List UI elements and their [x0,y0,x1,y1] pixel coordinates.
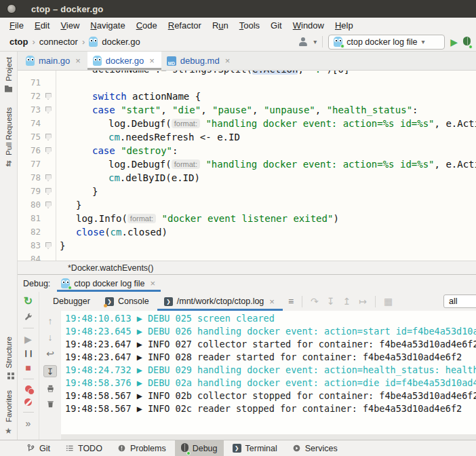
trash-icon[interactable] [46,400,55,408]
code-text: } [56,185,476,198]
sidebar-item-project[interactable]: Project [5,57,13,92]
tab-debug-md[interactable]: MD debug.md × [161,52,237,70]
statusbar-terminal[interactable]: ❯ Terminal [226,440,283,456]
console-lines: 19:48:10.613 ▶ DEBU 025 screen cleared19… [61,312,476,415]
menu-refactor[interactable]: Refactor [163,20,207,31]
menu-tools[interactable]: Tools [234,20,265,31]
fold-marker-icon[interactable] [45,93,52,100]
fold-marker-icon[interactable] [45,147,52,154]
menu-code[interactable]: Code [131,20,163,31]
running-indicator [340,44,344,48]
stop-button[interactable]: ■ [25,363,31,373]
fold-marker-icon[interactable] [45,242,52,249]
sidebar-item-favorites[interactable]: Favorites ★ [5,390,13,436]
window-control-button[interactable] [7,4,16,14]
fold-marker-icon[interactable] [45,134,52,140]
tab-debugger[interactable]: Debugger [46,292,97,311]
statusbar-label: Problems [130,444,166,453]
statusbar-services[interactable]: Services [286,440,344,456]
code-with-me-icon[interactable] [298,37,308,46]
fold-marker-icon[interactable] [45,174,52,181]
step-over-icon[interactable]: ↷ [311,297,319,306]
code-lines: 7172switch actionName {73case "start", "… [18,76,476,261]
step-out-icon[interactable]: ↥ [343,297,351,306]
view-breakpoints-icon[interactable] [25,385,32,392]
restore-layout-icon[interactable]: ▦ [384,297,393,306]
debug-session-tab[interactable]: ctop docker log file × [57,275,161,292]
tab-console[interactable]: ❯ Console [98,292,156,311]
mute-breakpoints-icon[interactable] [24,398,32,406]
tab-docker-go[interactable]: docker.go × [87,52,161,70]
code-editor[interactable]: actionName := strings.Split(e.Action, ":… [18,71,476,261]
layout-menu-icon[interactable]: ≡ [288,297,294,306]
close-icon[interactable]: × [268,297,276,306]
run-to-cursor-icon[interactable]: ↦ [359,297,367,306]
log-line: 19:48:24.732 ▶ DEBU 029 handling docker … [61,364,476,377]
statusbar-todo[interactable]: TODO [59,440,108,456]
down-arrow-icon[interactable]: ↓ [48,332,53,342]
sidebar-item-structure[interactable]: Structure [5,337,13,375]
menu-run[interactable]: Run [207,20,234,31]
fold-column [41,185,56,198]
breadcrumb-file[interactable]: docker.go [102,37,140,47]
log-line: 19:48:23.647 ▶ INFO 027 collector starte… [61,338,476,351]
resume-button[interactable]: ▶ [24,335,32,344]
menu-view[interactable]: View [55,20,85,31]
fold-marker-icon[interactable] [45,188,52,195]
code-line: 73case "start", "die", "pause", "unpause… [18,103,476,117]
fold-marker-icon[interactable] [45,202,52,208]
tab-label: docker.go [106,56,144,66]
log-filter-select[interactable]: all [443,294,476,308]
more-actions-button[interactable]: » [26,419,31,428]
scroll-to-end-button[interactable]: ↧ [43,365,57,377]
code-line: 81log.Info(format: "docker event listene… [18,212,476,225]
debug-button[interactable] [463,37,471,48]
code-text: cm.needsRefresh <- e.ID [56,130,476,144]
menu-file[interactable]: File [4,20,29,31]
markdown-file-icon: MD [167,56,176,66]
menu-window[interactable]: Window [287,20,330,31]
tab-ctop-log[interactable]: ❯ /mnt/work/ctop/ctop.log × [157,292,283,311]
menu-help[interactable]: Help [330,20,359,31]
chevron-down-icon[interactable]: ▾ [313,38,317,45]
structure-icon [7,373,10,375]
log-filter-value: all [449,297,458,306]
rerun-button[interactable]: ↻ [24,296,33,307]
statusbar-debug[interactable]: Debug [175,440,224,456]
problems-icon [117,444,126,453]
todo-list-icon [65,444,74,453]
debug-panel-body: ↻ ▶ ❙❙ ■ » Debugger [18,292,476,440]
stripe-bottom-group: Structure Favorites ★ [5,337,13,436]
fold-column [41,239,56,252]
print-icon[interactable] [46,384,55,393]
horizontal-scrollbar[interactable] [61,434,476,440]
log-line: 19:48:23.647 ▶ INFO 028 reader started f… [61,351,476,364]
sidebar-item-pull-requests[interactable]: Pull Requests ⇵ [5,107,13,168]
chevron-down-icon: ▾ [421,38,424,45]
run-button[interactable]: ▶ [450,37,458,47]
close-icon[interactable]: × [148,56,156,65]
menu-git[interactable]: Git [265,20,287,31]
up-arrow-icon[interactable]: ↑ [48,316,53,326]
run-configuration-select[interactable]: ctop docker log file ▾ [328,35,445,50]
line-number: 79 [18,185,41,198]
close-icon[interactable]: × [224,56,232,65]
menu-navigate[interactable]: Navigate [85,20,130,31]
fold-marker-icon[interactable] [45,107,52,113]
chevron-right-icon: › [32,37,35,47]
soft-wrap-icon[interactable]: ↩ [46,349,54,358]
step-into-icon[interactable]: ↧ [327,297,335,306]
menu-edit[interactable]: Edit [29,20,55,31]
pause-button[interactable]: ❙❙ [23,350,33,357]
breadcrumb-package[interactable]: connector [39,37,78,47]
breadcrumb-project[interactable]: ctop [9,37,28,47]
statusbar-git[interactable]: Git [20,440,56,456]
close-icon[interactable]: × [149,279,157,288]
close-icon[interactable]: × [74,56,82,65]
tab-main-go[interactable]: main.go × [20,52,87,70]
settings-wrench-icon[interactable] [24,313,33,322]
statusbar-label: TODO [78,444,102,453]
scroll-to-end-icon: ↧ [47,367,54,376]
log-console[interactable]: 19:48:10.613 ▶ DEBU 025 screen cleared19… [61,311,476,440]
statusbar-problems[interactable]: Problems [111,440,172,456]
